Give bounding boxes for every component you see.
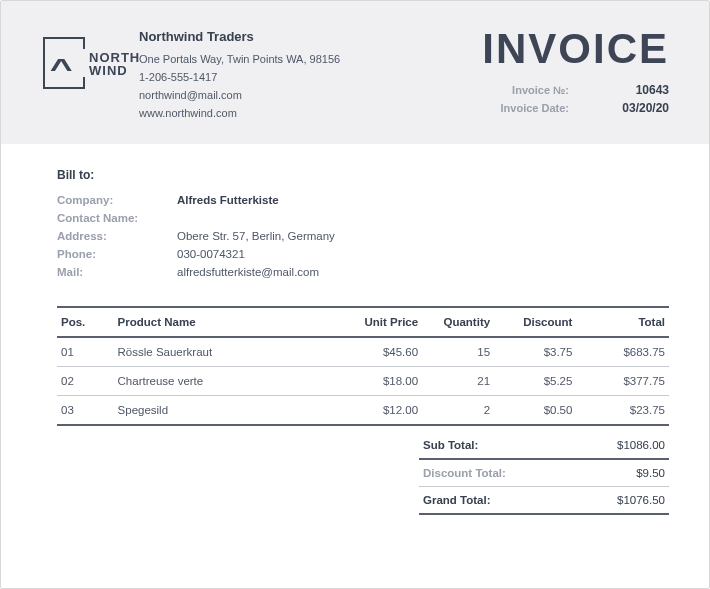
- header-left: ^ NORTH WIND Northwind Traders One Porta…: [41, 29, 340, 122]
- invoice-page: ^ NORTH WIND Northwind Traders One Porta…: [0, 0, 710, 589]
- billto-address-label: Address:: [57, 230, 177, 242]
- cell-unit-price: $12.00: [330, 396, 423, 426]
- billto-company: Alfreds Futterkiste: [177, 194, 669, 206]
- grandtotal-value: $1076.50: [617, 494, 665, 506]
- billto-title: Bill to:: [57, 168, 669, 182]
- cell-name: Rössle Sauerkraut: [114, 337, 330, 367]
- table-row: 03 Spegesild $12.00 2 $0.50 $23.75: [57, 396, 669, 426]
- discount-row: Discount Total: $9.50: [419, 460, 669, 487]
- billto-phone-label: Phone:: [57, 248, 177, 260]
- invoice-number: 10643: [599, 81, 669, 99]
- subtotal-row: Sub Total: $1086.00: [419, 432, 669, 460]
- company-address: One Portals Way, Twin Points WA, 98156: [139, 50, 340, 68]
- th-unit-price: Unit Price: [330, 307, 423, 337]
- company-block: Northwind Traders One Portals Way, Twin …: [139, 29, 340, 122]
- subtotal-label: Sub Total:: [423, 439, 478, 451]
- body: Bill to: Company: Alfreds Futterkiste Co…: [1, 144, 709, 525]
- billto-mail-label: Mail:: [57, 266, 177, 278]
- cell-total: $683.75: [576, 337, 669, 367]
- cell-name: Chartreuse verte: [114, 367, 330, 396]
- billto-mail: alfredsfutterkiste@mail.com: [177, 266, 669, 278]
- th-quantity: Quantity: [422, 307, 494, 337]
- th-total: Total: [576, 307, 669, 337]
- th-discount: Discount: [494, 307, 576, 337]
- invoice-date: 03/20/20: [599, 99, 669, 117]
- cell-discount: $0.50: [494, 396, 576, 426]
- cell-unit-price: $45.60: [330, 337, 423, 367]
- chevron-up-icon: ^: [50, 53, 73, 85]
- cell-quantity: 15: [422, 337, 494, 367]
- header-right: INVOICE Invoice №: 10643 Invoice Date: 0…: [479, 29, 669, 122]
- billto-contact-label: Contact Name:: [57, 212, 177, 224]
- cell-discount: $5.25: [494, 367, 576, 396]
- totals: Sub Total: $1086.00 Discount Total: $9.5…: [419, 432, 669, 515]
- billto-company-label: Company:: [57, 194, 177, 206]
- invoice-number-label: Invoice №:: [479, 81, 569, 99]
- invoice-meta: Invoice №: 10643 Invoice Date: 03/20/20: [479, 81, 669, 117]
- company-website: www.northwind.com: [139, 104, 340, 122]
- table-header-row: Pos. Product Name Unit Price Quantity Di…: [57, 307, 669, 337]
- cell-pos: 01: [57, 337, 114, 367]
- company-phone: 1-206-555-1417: [139, 68, 340, 86]
- logo-text: NORTH WIND: [89, 51, 140, 77]
- grandtotal-label: Grand Total:: [423, 494, 491, 506]
- company-name: Northwind Traders: [139, 29, 340, 44]
- cell-pos: 03: [57, 396, 114, 426]
- invoice-date-label: Invoice Date:: [479, 99, 569, 117]
- table-row: 01 Rössle Sauerkraut $45.60 15 $3.75 $68…: [57, 337, 669, 367]
- logo-text-line2: WIND: [89, 64, 140, 77]
- cell-unit-price: $18.00: [330, 367, 423, 396]
- table-row: 02 Chartreuse verte $18.00 21 $5.25 $377…: [57, 367, 669, 396]
- th-name: Product Name: [114, 307, 330, 337]
- billto-grid: Company: Alfreds Futterkiste Contact Nam…: [57, 194, 669, 278]
- cell-quantity: 21: [422, 367, 494, 396]
- cell-name: Spegesild: [114, 396, 330, 426]
- billto-address: Obere Str. 57, Berlin, Germany: [177, 230, 669, 242]
- billto-phone: 030-0074321: [177, 248, 669, 260]
- grandtotal-row: Grand Total: $1076.50: [419, 487, 669, 515]
- discount-value: $9.50: [636, 467, 665, 479]
- cell-discount: $3.75: [494, 337, 576, 367]
- northwind-logo: ^ NORTH WIND: [41, 31, 127, 103]
- billto-contact: [177, 212, 669, 224]
- items-table: Pos. Product Name Unit Price Quantity Di…: [57, 306, 669, 426]
- cell-total: $377.75: [576, 367, 669, 396]
- cell-total: $23.75: [576, 396, 669, 426]
- company-email: northwind@mail.com: [139, 86, 340, 104]
- subtotal-value: $1086.00: [617, 439, 665, 451]
- header: ^ NORTH WIND Northwind Traders One Porta…: [1, 1, 709, 144]
- invoice-title: INVOICE: [479, 25, 669, 73]
- th-pos: Pos.: [57, 307, 114, 337]
- cell-quantity: 2: [422, 396, 494, 426]
- cell-pos: 02: [57, 367, 114, 396]
- discount-label: Discount Total:: [423, 467, 506, 479]
